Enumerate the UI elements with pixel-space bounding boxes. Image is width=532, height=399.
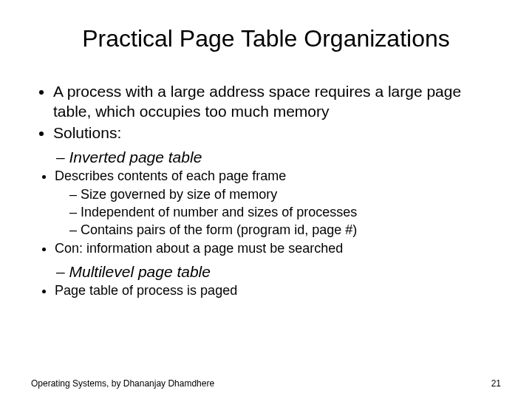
bullet-item: Independent of number and sizes of proce… <box>69 204 501 221</box>
bullet-item: Describes contents of each page frame <box>55 168 501 185</box>
footer-source: Operating Systems, by Dhananjay Dhamdher… <box>31 378 214 389</box>
bullet-list-level4: Size governed by size of memory Independ… <box>31 186 501 239</box>
bullet-item: Inverted page table <box>56 147 501 167</box>
bullet-item: Con: information about a page must be se… <box>55 240 501 257</box>
bullet-list-level2: Multilevel page table <box>31 262 501 282</box>
slide: Practical Page Table Organizations A pro… <box>0 0 532 399</box>
bullet-item: Multilevel page table <box>56 262 501 282</box>
bullet-item: Page table of process is paged <box>55 282 501 299</box>
bullet-item: A process with a large address space req… <box>53 81 501 122</box>
bullet-list-level3: Con: information about a page must be se… <box>31 240 501 257</box>
bullet-list-level1: A process with a large address space req… <box>31 81 501 143</box>
bullet-item: Solutions: <box>53 123 501 143</box>
bullet-item: Contains pairs of the form (program id, … <box>69 222 501 239</box>
slide-content: A process with a large address space req… <box>0 60 532 300</box>
slide-title: Practical Page Table Organizations <box>0 0 532 60</box>
bullet-list-level3: Describes contents of each page frame <box>31 168 501 185</box>
bullet-item: Size governed by size of memory <box>69 186 501 203</box>
footer: Operating Systems, by Dhananjay Dhamdher… <box>0 378 532 389</box>
bullet-list-level2: Inverted page table <box>31 147 501 167</box>
bullet-list-level3: Page table of process is paged <box>31 282 501 299</box>
page-number: 21 <box>491 378 501 389</box>
